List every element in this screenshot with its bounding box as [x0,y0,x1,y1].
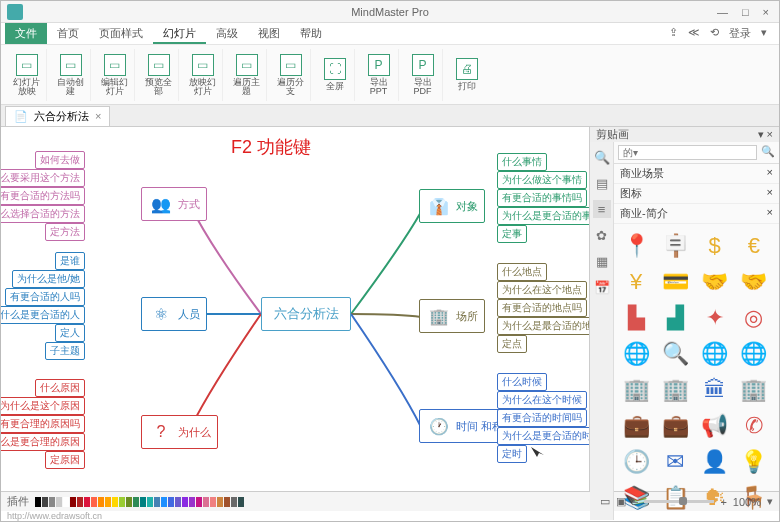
palette-color[interactable] [56,497,62,507]
sub-topic[interactable]: 定时 [497,445,527,463]
zoom-minus[interactable]: − [632,496,638,508]
sub-topic[interactable]: 是谁 [55,252,85,270]
sub-topic[interactable]: 定点 [497,335,527,353]
palette-color[interactable] [231,497,237,507]
menu-item[interactable]: 高级 [206,24,248,42]
menu-item[interactable]: 首页 [47,24,89,42]
ribbon-button[interactable]: ▭遍历分支 [271,49,311,101]
palette-color[interactable] [63,497,69,507]
clipart-item[interactable]: 🤝 [699,266,731,298]
center-topic[interactable]: 六合分析法 [261,297,351,331]
maximize-button[interactable]: □ [742,6,749,18]
document-tab[interactable]: 📄 六合分析法 × [5,106,110,126]
palette-color[interactable] [35,497,41,507]
clipart-item[interactable]: ◎ [738,302,770,334]
sub-topic[interactable]: 有更合适的地点吗 [497,299,587,317]
ribbon-button[interactable]: P导出PPT [359,49,399,101]
clipart-item[interactable]: 🌐 [620,338,652,370]
palette-color[interactable] [140,497,146,507]
sub-topic[interactable]: 有更合适的方法吗 [1,187,85,205]
search-icon[interactable]: 🔍 [761,145,775,160]
ribbon-button[interactable]: ▭编辑幻灯片 [95,49,135,101]
palette-color[interactable] [105,497,111,507]
clipart-search-input[interactable] [618,145,757,160]
sub-topic[interactable]: 有更合适的人吗 [5,288,85,306]
menu-item[interactable]: 幻灯片 [153,24,206,44]
color-palette[interactable] [35,497,244,507]
clipart-item[interactable]: 🏢 [659,374,691,406]
zoom-plus[interactable]: + [720,496,726,508]
palette-color[interactable] [147,497,153,507]
palette-color[interactable] [238,497,244,507]
sub-topic[interactable]: 为什么是更合理的原因 [1,433,85,451]
sub-topic[interactable]: 为什么是最合适的地点 [497,317,589,335]
mindmap-canvas[interactable]: F2 功能键 六合分析法 👥方式如何去做为什么要采用这个方法有更合适的方法吗为什… [1,127,589,491]
clipart-category[interactable]: 商业-简介× [614,204,779,224]
login-link[interactable]: 登录 [729,26,751,41]
palette-color[interactable] [217,497,223,507]
palette-color[interactable] [196,497,202,507]
clipart-item[interactable]: $ [699,230,731,262]
branch-node[interactable]: 👥方式 [141,187,207,221]
sub-topic[interactable]: 有更合适的事情吗 [497,189,587,207]
palette-color[interactable] [112,497,118,507]
zoom-fit-icon[interactable]: ▣ [616,495,626,508]
sub-topic[interactable]: 为什么是更合适的人 [1,306,85,324]
ribbon-button[interactable]: P导出PDF [403,49,443,101]
branch-node[interactable]: ?为什么 [141,415,218,449]
close-button[interactable]: × [763,6,769,18]
minimize-button[interactable]: — [717,6,728,18]
palette-color[interactable] [175,497,181,507]
ribbon-button[interactable]: 🖨打印 [447,49,487,101]
palette-color[interactable] [98,497,104,507]
close-tab-icon[interactable]: × [95,110,101,122]
clipart-item[interactable]: 💼 [659,410,691,442]
clipart-item[interactable]: 👤 [699,446,731,478]
clipart-item[interactable]: 🏢 [738,374,770,406]
panel-tab[interactable]: ▦ [593,252,611,270]
sub-topic[interactable]: 为什么是这个原因 [1,397,85,415]
sub-topic[interactable]: 为什么是他/她 [12,270,85,288]
clipart-item[interactable]: 💳 [659,266,691,298]
menu-item[interactable]: 帮助 [290,24,332,42]
palette-color[interactable] [189,497,195,507]
cloud-icon[interactable]: ⇪ [669,26,678,41]
clipart-item[interactable]: 🏛 [699,374,731,406]
clipart-item[interactable]: 📍 [620,230,652,262]
zoom-out-icon[interactable]: ▭ [600,495,610,508]
palette-color[interactable] [210,497,216,507]
palette-color[interactable] [126,497,132,507]
menu-item[interactable]: 视图 [248,24,290,42]
ribbon-button[interactable]: ⛶全屏 [315,49,355,101]
branch-node[interactable]: ⚛人员 [141,297,207,331]
reload-icon[interactable]: ⟲ [710,26,719,41]
sub-topic[interactable]: 什么地点 [497,263,547,281]
sub-topic[interactable]: 为什么是更合适的事情 [497,207,589,225]
clipart-item[interactable]: 💡 [738,446,770,478]
sub-topic[interactable]: 定人 [55,324,85,342]
palette-color[interactable] [154,497,160,507]
palette-color[interactable] [133,497,139,507]
sub-topic[interactable]: 为什么要采用这个方法 [1,169,85,187]
palette-color[interactable] [203,497,209,507]
clipart-category[interactable]: 商业场景× [614,164,779,184]
ribbon-button[interactable]: ▭自动创建 [51,49,91,101]
palette-color[interactable] [84,497,90,507]
branch-node[interactable]: 👔对象 [419,189,485,223]
clipart-item[interactable]: 💼 [620,410,652,442]
sub-topic[interactable]: 什么原因 [35,379,85,397]
clipart-item[interactable]: ✆ [738,410,770,442]
palette-color[interactable] [224,497,230,507]
sub-topic[interactable]: 子主题 [45,342,85,360]
clipart-item[interactable]: ▙ [620,302,652,334]
panel-tab[interactable]: ▤ [593,174,611,192]
zoom-slider[interactable] [644,500,714,503]
ribbon-button[interactable]: ▭幻灯片放映 [7,49,47,101]
clipart-item[interactable]: ✦ [699,302,731,334]
zoom-dropdown-icon[interactable]: ▾ [767,495,773,508]
palette-color[interactable] [42,497,48,507]
clipart-item[interactable]: 📢 [699,410,731,442]
sub-topic[interactable]: 如何去做 [35,151,85,169]
palette-color[interactable] [168,497,174,507]
sub-topic[interactable]: 定方法 [45,223,85,241]
